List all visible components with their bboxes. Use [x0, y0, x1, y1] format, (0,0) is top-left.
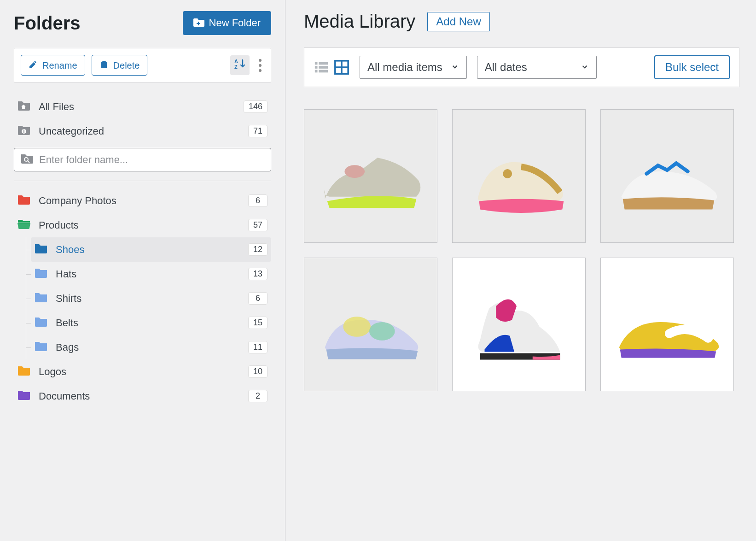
grid-view-icon	[334, 59, 349, 75]
folder-label: Bags	[56, 341, 79, 353]
svg-rect-5	[23, 129, 24, 132]
shoe-image-icon	[304, 258, 437, 391]
date-filter[interactable]: All dates	[477, 56, 597, 79]
folder-label: Hats	[56, 268, 76, 280]
view-toggle	[314, 59, 349, 75]
media-thumb[interactable]	[600, 258, 734, 391]
rename-button[interactable]: Rename	[21, 55, 85, 76]
all-files-item[interactable]: All Files 146	[14, 94, 271, 119]
media-type-filter[interactable]: All media items	[360, 56, 467, 79]
svg-rect-9	[315, 62, 318, 65]
delete-label: Delete	[113, 61, 140, 70]
filter-bar: All media items All dates Bulk select	[304, 47, 739, 87]
folder-products[interactable]: Products 57	[14, 213, 271, 237]
sort-az-icon: A Z	[234, 58, 246, 72]
folder-hats[interactable]: Hats 13	[31, 262, 271, 286]
pencil-icon	[29, 60, 38, 71]
uncategorized-label: Uncategorized	[39, 125, 104, 137]
folder-count: 57	[248, 219, 268, 231]
delete-button[interactable]: Delete	[92, 55, 148, 76]
folder-company-photos[interactable]: Company Photos 6	[14, 188, 271, 213]
media-thumb[interactable]	[452, 109, 586, 243]
folder-icon	[17, 365, 30, 378]
folder-label: Logos	[39, 366, 66, 378]
folder-label: Company Photos	[39, 195, 116, 207]
svg-point-25	[369, 322, 395, 341]
media-thumb[interactable]	[452, 258, 586, 391]
grid-view-button[interactable]	[334, 59, 349, 75]
folders-title: Folders	[14, 13, 80, 34]
folder-count: 13	[248, 268, 268, 280]
media-library-main: Media Library Add New All media items	[285, 0, 756, 541]
folder-bags[interactable]: Bags 11	[31, 335, 271, 359]
svg-rect-6	[23, 132, 24, 133]
uncategorized-count: 71	[248, 125, 268, 137]
folders-sidebar: Folders New Folder Rename	[0, 0, 285, 541]
uncategorized-item[interactable]: Uncategorized 71	[14, 119, 271, 143]
folder-label: Belts	[56, 317, 78, 329]
shoe-image-icon	[453, 258, 585, 391]
folder-icon	[35, 243, 47, 256]
home-folder-icon	[17, 100, 30, 113]
folder-count: 11	[248, 341, 268, 353]
svg-text:A: A	[234, 59, 238, 64]
svg-point-21	[503, 169, 512, 178]
folder-icon	[17, 389, 30, 403]
svg-rect-14	[319, 70, 328, 73]
media-type-value: All media items	[367, 61, 442, 74]
folder-logos[interactable]: Logos 10	[14, 359, 271, 384]
all-files-label: All Files	[39, 101, 74, 113]
search-folder-icon	[21, 153, 34, 166]
folder-shoes[interactable]: Shoes 12	[31, 237, 271, 262]
chevron-down-icon	[451, 61, 459, 74]
folder-count: 10	[248, 365, 268, 378]
media-thumb[interactable]	[304, 258, 437, 391]
folder-label: Documents	[39, 390, 90, 402]
media-thumb[interactable]	[304, 109, 437, 243]
folder-label: Shirts	[56, 293, 81, 305]
main-header: Media Library Add New	[304, 11, 739, 32]
svg-rect-12	[319, 66, 328, 69]
svg-point-24	[343, 317, 371, 337]
media-library-title: Media Library	[304, 11, 415, 32]
folder-count: 2	[248, 390, 268, 402]
rename-label: Rename	[42, 61, 77, 70]
alert-folder-icon	[17, 124, 30, 138]
list-view-icon	[314, 59, 329, 75]
folder-shirts[interactable]: Shirts 6	[31, 286, 271, 311]
folder-icon	[17, 194, 30, 207]
folder-tree: Company Photos 6 Products 57 Shoes 12	[14, 188, 271, 408]
list-view-button[interactable]	[314, 59, 329, 75]
folder-icon	[35, 341, 47, 354]
svg-rect-1	[197, 23, 200, 24]
folder-label: Products	[39, 219, 79, 231]
all-files-count: 146	[244, 100, 268, 113]
svg-rect-10	[319, 62, 328, 65]
more-options-button[interactable]	[256, 56, 264, 75]
folder-belts[interactable]: Belts 15	[31, 311, 271, 335]
add-new-button[interactable]: Add New	[427, 12, 489, 31]
new-folder-button[interactable]: New Folder	[183, 11, 271, 35]
folder-search[interactable]	[14, 148, 271, 171]
svg-rect-11	[315, 66, 318, 69]
folder-search-input[interactable]	[39, 154, 264, 166]
divider	[14, 181, 271, 181]
sidebar-header: Folders New Folder	[14, 11, 271, 35]
sort-az-button[interactable]: A Z	[230, 55, 250, 75]
date-filter-value: All dates	[485, 61, 527, 74]
folder-open-icon	[17, 218, 30, 232]
shoe-image-icon	[453, 110, 585, 242]
folder-documents[interactable]: Documents 2	[14, 384, 271, 408]
folder-count: 15	[248, 317, 268, 329]
shoe-image-icon	[601, 258, 733, 391]
new-folder-label: New Folder	[209, 18, 261, 28]
trash-icon	[99, 60, 109, 71]
media-grid	[304, 109, 739, 391]
media-thumb[interactable]	[600, 109, 734, 243]
folder-icon	[35, 292, 47, 305]
svg-point-19	[344, 165, 365, 178]
chevron-down-icon	[581, 61, 589, 74]
shoe-image-icon	[601, 110, 733, 242]
svg-rect-13	[315, 70, 318, 73]
bulk-select-button[interactable]: Bulk select	[654, 55, 730, 79]
